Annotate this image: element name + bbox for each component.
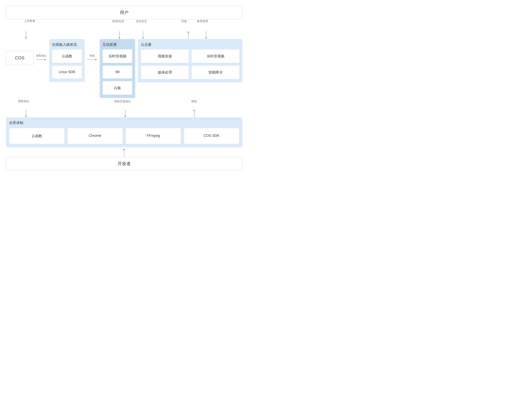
user-label: 用户 (120, 10, 128, 15)
get-address2-label: 获取地址 (18, 99, 29, 103)
ffmpeg-box: FFmpeg (125, 128, 181, 144)
cos-sdk-box: COS SDK (184, 128, 239, 144)
interactive-live-boxes: 实时音视频 IM 白板 (103, 49, 133, 95)
cos-label: COS (15, 55, 24, 60)
panoramic-title: 全景录制 (9, 120, 239, 125)
chrome-box: Chrome (67, 128, 123, 144)
online-input-boxes: 云函数 Linux SDK (52, 49, 82, 79)
interactive-live-panel: 互动直播 实时音视频 IM 白板 (100, 39, 135, 98)
realtime-av-box-1: 实时音视频 (103, 49, 133, 63)
im-box: IM (103, 65, 133, 79)
cloud-vod-title: 云点播 (141, 42, 240, 47)
playback-label: 回放 (181, 20, 187, 23)
panoramic-boxes: 云函数 Chrome FFmpeg COS SDK (9, 128, 239, 144)
linux-sdk-box: Linux SDK (52, 65, 82, 79)
video-accel-box: 视频加速 (141, 49, 189, 63)
media-mgmt-label: 媒资管理 (197, 20, 208, 23)
upload-label: 上传资源 (24, 19, 35, 23)
online-input-panel: 在线输入媒体流 云函数 Linux SDK (49, 39, 85, 82)
developer-box: 开发者 (6, 157, 242, 170)
cos-box: COS (6, 51, 34, 65)
diagram: 用户 上传资源 推流/拉流 信令交互 回放 媒资管理 (6, 6, 242, 170)
get-address-label: 获取地址 (36, 54, 47, 58)
smart-cool-box: 智能降冷 (191, 65, 240, 79)
developer-label: 开发者 (118, 161, 131, 166)
get-page-addr-label: 获取页面地址 (114, 100, 131, 103)
signal-label: 信令交互 (136, 20, 147, 23)
cloud-func-box-1: 云函数 (52, 49, 82, 63)
record-label: 录制 (191, 100, 197, 103)
online-input-title: 在线输入媒体流 (52, 42, 82, 47)
user-box: 用户 (6, 6, 242, 19)
whiteboard-box: 白板 (103, 81, 133, 95)
cloud-func-box-2: 云函数 (9, 128, 65, 144)
interactive-live-title: 互动直播 (103, 42, 133, 47)
push-label: 推流 (90, 54, 95, 58)
media-proc-box: 媒体处理 (141, 65, 189, 79)
push-pull-label: 推流/拉流 (112, 20, 124, 23)
cloud-vod-panel: 云点播 视频加速 实时音视频 媒体处理 智能降冷 (138, 39, 242, 82)
cloud-vod-boxes: 视频加速 实时音视频 媒体处理 智能降冷 (141, 49, 240, 79)
panoramic-panel: 全景录制 云函数 Chrome FFmpeg COS SDK (6, 117, 242, 147)
realtime-av-box-2: 实时音视频 (191, 49, 240, 63)
